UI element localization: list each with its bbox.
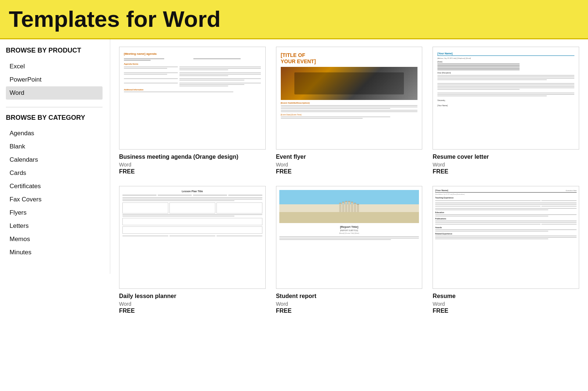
sidebar-item-excel[interactable]: Excel — [6, 60, 103, 73]
template-card-cover[interactable]: [Your Name] [Address, City, ST ZIP Code]… — [433, 47, 579, 175]
template-thumb-cover: [Your Name] [Address, City, ST ZIP Code]… — [433, 47, 579, 150]
template-thumb-lesson: Lesson Plan Title — [119, 186, 266, 289]
template-price-lesson: FREE — [119, 308, 266, 314]
content-area: [Meeting name] agenda Agenda Items — [110, 39, 588, 322]
templates-grid: [Meeting name] agenda Agenda Items — [119, 47, 579, 314]
sidebar-item-minutes[interactable]: Minutes — [6, 246, 103, 259]
category-nav-list: Agendas Blank Calendars Cards Certificat… — [6, 127, 103, 259]
sidebar-item-flyers[interactable]: Flyers — [6, 206, 103, 219]
product-nav-list: Excel PowerPoint Word — [6, 60, 103, 100]
sidebar-item-calendars[interactable]: Calendars — [6, 153, 103, 166]
sidebar-item-memos[interactable]: Memos — [6, 233, 103, 246]
template-card-agenda[interactable]: [Meeting name] agenda Agenda Items — [119, 47, 266, 175]
page-header: Templates for Word — [0, 0, 588, 39]
template-name-cover: Resume cover letter — [433, 153, 579, 161]
template-card-event[interactable]: [TITLE OFYOUR EVENT] [Event Subtitle/Des… — [276, 47, 423, 175]
template-product-lesson: Word — [119, 301, 266, 307]
sidebar-divider — [6, 107, 103, 107]
template-thumb-report: [Report Title] [REPORT SUBTITLE] [Name] … — [276, 186, 423, 289]
template-thumb-event: [TITLE OFYOUR EVENT] [Event Subtitle/Des… — [276, 47, 423, 150]
template-card-resume[interactable]: [Your Name] Curriculum Vitae [Street Add… — [433, 186, 579, 314]
page-title: Templates for Word — [9, 7, 579, 32]
sidebar-item-letters[interactable]: Letters — [6, 219, 103, 233]
template-name-report: Student report — [276, 293, 423, 300]
sidebar: BROWSE BY PRODUCT Excel PowerPoint Word … — [0, 39, 110, 274]
template-product-agenda: Word — [119, 162, 266, 168]
template-price-cover: FREE — [433, 168, 579, 175]
template-product-event: Word — [276, 162, 423, 168]
template-name-resume: Resume — [433, 293, 579, 300]
template-name-lesson: Daily lesson planner — [119, 293, 266, 300]
template-product-resume: Word — [433, 301, 579, 307]
browse-category-heading: BROWSE BY CATEGORY — [6, 114, 103, 122]
template-card-lesson[interactable]: Lesson Plan Title — [119, 186, 266, 314]
template-price-report: FREE — [276, 308, 423, 314]
sidebar-item-certificates[interactable]: Certificates — [6, 180, 103, 193]
sidebar-item-cards[interactable]: Cards — [6, 166, 103, 180]
browse-product-heading: BROWSE BY PRODUCT — [6, 47, 103, 55]
sidebar-item-fax-covers[interactable]: Fax Covers — [6, 193, 103, 206]
main-layout: BROWSE BY PRODUCT Excel PowerPoint Word … — [0, 39, 588, 322]
sidebar-item-blank[interactable]: Blank — [6, 140, 103, 153]
template-thumb-resume: [Your Name] Curriculum Vitae [Street Add… — [433, 186, 579, 289]
template-price-agenda: FREE — [119, 168, 266, 175]
template-name-agenda: Business meeting agenda (Orange design) — [119, 153, 266, 161]
template-thumb-agenda: [Meeting name] agenda Agenda Items — [119, 47, 266, 150]
template-name-event: Event flyer — [276, 153, 423, 161]
sidebar-item-word[interactable]: Word — [6, 86, 103, 100]
template-product-report: Word — [276, 301, 423, 307]
sidebar-item-powerpoint[interactable]: PowerPoint — [6, 73, 103, 86]
template-product-cover: Word — [433, 162, 579, 168]
template-card-report[interactable]: [Report Title] [REPORT SUBTITLE] [Name] … — [276, 186, 423, 314]
sidebar-item-agendas[interactable]: Agendas — [6, 127, 103, 140]
template-price-event: FREE — [276, 168, 423, 175]
template-price-resume: FREE — [433, 308, 579, 314]
